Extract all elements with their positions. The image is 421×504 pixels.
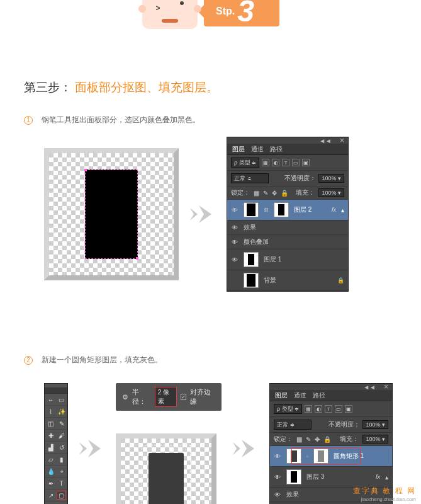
face-icon: > <box>142 0 198 29</box>
lasso-tool-icon[interactable]: ⌇ <box>46 407 55 416</box>
layer-thumb <box>244 273 259 288</box>
black-rectangle <box>85 169 138 259</box>
tab-channels[interactable]: 通道 <box>251 145 264 154</box>
blend-select[interactable]: 正常 ≑ <box>274 420 312 430</box>
path-tool-icon[interactable]: ↗ <box>46 491 55 500</box>
bullet-2-icon: 2 <box>24 356 33 365</box>
opacity-label: 不透明度： <box>328 420 360 429</box>
filter-image-icon[interactable]: ▦ <box>262 159 269 166</box>
fx-badge[interactable]: fx <box>332 207 336 213</box>
watermark: 查字典 教 程 网 jiaocheng.chazidian.com <box>353 486 416 503</box>
kind-select[interactable]: ρ 类型 ≑ <box>231 158 259 168</box>
middle-column: ⚙ 半径： 2 像素 ✓ 对齐边缘 <box>116 383 222 504</box>
panel-close-icon[interactable]: × <box>384 382 388 391</box>
layer-color-overlay[interactable]: 👁 颜色叠加 <box>227 235 348 249</box>
fx-expand-icon[interactable]: ▴ <box>385 474 388 481</box>
stamp-tool-icon[interactable]: ▟ <box>46 443 55 452</box>
lock-move-icon[interactable]: ✥ <box>272 190 277 197</box>
tools-header <box>45 387 67 394</box>
panel-collapse-icon[interactable]: ◄◄ <box>319 137 332 144</box>
filter-adjust-icon[interactable]: ◐ <box>272 159 279 166</box>
blend-select[interactable]: 正常 ≑ <box>231 173 269 183</box>
fx-expand-icon[interactable]: ▴ <box>341 207 344 214</box>
layer-bg[interactable]: 背景 🔒 <box>227 270 348 291</box>
visibility-icon[interactable]: 👁 <box>231 256 239 263</box>
lock-paint-icon[interactable]: ✎ <box>306 436 311 443</box>
filter-adjust-icon[interactable]: ◐ <box>315 405 322 413</box>
visibility-icon[interactable]: 👁 <box>231 207 239 214</box>
brush-tool-icon[interactable]: 🖌 <box>57 431 66 440</box>
layer-fx[interactable]: 👁 效果 <box>227 220 348 235</box>
tab-layers[interactable]: 图层 <box>232 145 245 154</box>
align-checkbox[interactable]: ✓ <box>181 394 186 400</box>
lock-pixels-icon[interactable]: ▦ <box>254 190 259 197</box>
layer-name: 背景 <box>264 276 332 285</box>
lock-move-icon[interactable]: ✥ <box>315 436 320 443</box>
move-tool-icon[interactable]: ↔ <box>46 395 55 404</box>
lock-pixels-icon[interactable]: ▦ <box>296 436 302 443</box>
marquee-tool-icon[interactable]: ▭ <box>57 395 66 404</box>
tab-paths[interactable]: 路径 <box>313 391 325 400</box>
opacity-value[interactable]: 100% ▾ <box>318 174 344 183</box>
kind-select[interactable]: ρ 类型 ≑ <box>274 404 302 414</box>
tab-channels[interactable]: 通道 <box>294 391 306 400</box>
fill-value[interactable]: 100% ▾ <box>318 188 344 197</box>
eye-right-icon <box>180 1 184 5</box>
eyedropper-tool-icon[interactable]: ✎ <box>57 419 66 428</box>
filter-smart-icon[interactable]: ▣ <box>302 159 310 166</box>
layer-item-2[interactable]: 👁 ⛓ 图层 2 fx ▴ <box>227 200 348 220</box>
dashed-selection <box>142 445 191 504</box>
heal-tool-icon[interactable]: ✚ <box>46 431 55 440</box>
filter-text-icon[interactable]: T <box>282 159 289 166</box>
svg-marker-5 <box>242 440 254 457</box>
gradient-tool-icon[interactable]: ▮ <box>57 455 66 464</box>
layer-item-1[interactable]: 👁 图层 1 <box>227 249 348 270</box>
visibility-icon[interactable] <box>231 277 239 284</box>
pen-tool-icon[interactable]: ✒ <box>46 479 55 488</box>
type-tool-icon[interactable]: T <box>57 479 66 488</box>
filter-shape-icon[interactable]: ▭ <box>292 159 300 166</box>
eraser-tool-icon[interactable]: ▱ <box>46 455 55 464</box>
opacity-value[interactable]: 100% ▾ <box>362 420 388 429</box>
visibility-icon[interactable]: 👁 <box>231 224 239 231</box>
fill-value[interactable]: 100% ▾ <box>362 435 388 444</box>
substep-2-text: 新建一个圆角矩形图层，填充灰色。 <box>42 355 162 365</box>
arrow-icon <box>79 440 104 457</box>
layer-thumb <box>244 252 259 267</box>
layer-item-3[interactable]: 👁 图层 3 fx ▴ <box>270 467 392 488</box>
tab-layers[interactable]: 图层 <box>275 391 288 400</box>
layer-rounded-rect[interactable]: 👁 ▫ 圆角矩形 1 <box>270 446 392 467</box>
blur-tool-icon[interactable]: 💧 <box>46 467 55 476</box>
filter-text-icon[interactable]: T <box>325 405 332 413</box>
substep-1: 1 钢笔工具抠出面板部分，选区内颜色叠加黑色。 <box>24 115 421 125</box>
mask-thumb <box>313 449 328 464</box>
tab-paths[interactable]: 路径 <box>270 145 283 154</box>
crop-tool-icon[interactable]: ◫ <box>46 419 55 428</box>
visibility-icon[interactable]: 👁 <box>274 474 281 481</box>
watermark-brand: 查字典 教 程 网 <box>353 486 416 496</box>
lock-all-icon[interactable]: 🔒 <box>281 190 288 197</box>
panel-collapse-icon[interactable]: ◄◄ <box>363 384 376 391</box>
layers-panel-a: ◄◄ × 图层 通道 路径 ρ 类型 ≑ ▦ ◐ T ▭ ▣ 正常 ≑ 不透明度… <box>227 137 349 292</box>
title-highlight: 面板部分抠图、填充图层。 <box>75 81 218 94</box>
filter-image-icon[interactable]: ▦ <box>305 405 312 413</box>
wand-tool-icon[interactable]: ✨ <box>57 407 66 416</box>
filter-smart-icon[interactable]: ▣ <box>345 405 352 413</box>
fx-badge[interactable]: fx <box>376 474 380 480</box>
layer-name: 图层 1 <box>264 255 344 264</box>
gear-icon[interactable]: ⚙ <box>122 393 128 401</box>
layer-thumb <box>244 202 259 217</box>
dodge-tool-icon[interactable]: ⚬ <box>57 467 66 476</box>
radius-input[interactable]: 2 像素 <box>155 387 177 407</box>
gray-panel <box>116 433 216 504</box>
visibility-icon[interactable]: 👁 <box>231 239 239 246</box>
visibility-icon[interactable]: 👁 <box>274 453 281 460</box>
visibility-icon[interactable]: 👁 <box>274 491 281 498</box>
lock-all-icon[interactable]: 🔒 <box>323 436 331 443</box>
panel-close-icon[interactable]: × <box>340 136 344 145</box>
filter-shape-icon[interactable]: ▭ <box>335 405 342 413</box>
rounded-rect-tool-icon[interactable]: ▢ <box>57 491 66 500</box>
history-tool-icon[interactable]: ↺ <box>57 443 66 452</box>
lock-paint-icon[interactable]: ✎ <box>263 190 268 197</box>
step-number: 3 <box>237 0 254 23</box>
